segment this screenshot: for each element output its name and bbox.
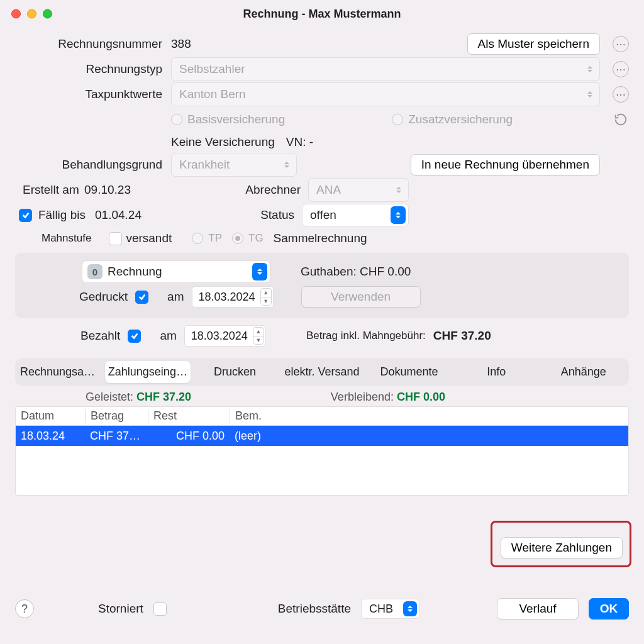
cell-bem: (leer) (230, 430, 628, 443)
value-faellig-bis: 01.04.24 (95, 208, 170, 222)
chevron-updown-icon (252, 263, 267, 280)
window-title: Rechnung - Max Mustermann (243, 8, 401, 21)
input-gedruckt-date[interactable]: 18.03.2024 ▲▼ (192, 286, 274, 308)
radio-zusatzversicherung[interactable]: Zusatzversicherung (392, 113, 513, 126)
input-bezahlt-date[interactable]: 18.03.2024 ▲▼ (184, 325, 266, 347)
label-guthaben: Guthaben: CHF 0.00 (301, 265, 411, 279)
label-storniert: Storniert (98, 602, 143, 616)
label-behandlungsgrund: Behandlungsgrund (15, 158, 171, 172)
verlauf-button[interactable]: Verlauf (497, 598, 579, 619)
ok-button[interactable]: OK (589, 598, 629, 619)
label-rechnungsnummer: Rechnungsnummer (15, 37, 171, 51)
value-bezahlt-date: 18.03.2024 (191, 330, 248, 343)
tab-anhaenge[interactable]: Anhänge (540, 361, 626, 383)
label-tp: TP (208, 232, 222, 245)
radio-tg[interactable]: TG (232, 232, 264, 245)
label-am-1: am (167, 290, 184, 304)
payments-table: Datum Betrag Rest Bem. 18.03.24 CHF 37.…… (15, 406, 629, 496)
radio-tp[interactable]: TP (192, 232, 222, 245)
chevron-updown-icon (583, 61, 597, 77)
select-abrechner-value: ANA (316, 183, 341, 197)
text-vn: VN: - (286, 135, 313, 149)
select-behandlungsgrund-value: Krankheit (179, 158, 230, 172)
text-keine-versicherung: Keine Versicherung (171, 135, 275, 149)
select-abrechner[interactable]: ANA (308, 178, 409, 202)
in-neue-rechnung-button[interactable]: In neue Rechnung übernehmen (411, 154, 600, 175)
value-betrag-inkl: CHF 37.20 (433, 329, 491, 343)
window-controls (11, 9, 52, 19)
label-verbleibend: Verbleibend: (331, 391, 394, 403)
tab-elektr-versand[interactable]: elektr. Versand (279, 361, 365, 383)
label-am-2: am (160, 329, 176, 343)
tab-info[interactable]: Info (453, 361, 540, 383)
th-rest[interactable]: Rest (148, 409, 230, 423)
checkbox-faellig-bis[interactable] (19, 209, 32, 222)
select-status[interactable]: offen (302, 204, 409, 226)
cell-datum: 18.03.24 (16, 430, 85, 443)
label-geleistet: Geleistet: (86, 391, 133, 403)
select-mahnstufe-doc[interactable]: 0 Rechnung (82, 260, 270, 283)
label-tg: TG (248, 232, 264, 245)
date-stepper[interactable]: ▲▼ (253, 327, 264, 345)
label-zusatz: Zusatzversicherung (408, 113, 513, 126)
label-status: Status (260, 208, 302, 222)
tab-drucken[interactable]: Drucken (192, 361, 278, 383)
label-mahnstufe: Mahnstufe (42, 232, 91, 245)
help-button[interactable]: ? (15, 599, 34, 618)
label-rechnungstyp: Rechnungstyp (15, 62, 171, 76)
zoom-icon[interactable] (43, 9, 52, 19)
table-header: Datum Betrag Rest Bem. (16, 407, 628, 426)
select-taxpunktwerte-value: Kanton Bern (179, 87, 246, 101)
chevron-updown-icon (392, 182, 406, 198)
als-muster-button[interactable]: Als Muster speichern (467, 33, 600, 55)
radio-basisversicherung[interactable]: Basisversicherung (171, 113, 285, 126)
tab-rechnungsangaben[interactable]: Rechnungsan… (18, 361, 104, 383)
label-erstellt-am: Erstellt am (15, 183, 84, 197)
more-taxpunktwerte-button[interactable]: ⋯ (613, 86, 629, 103)
checkbox-storniert[interactable] (153, 602, 167, 616)
select-rechnungstyp-value: Selbstzahler (179, 62, 245, 76)
chevron-updown-icon (391, 206, 406, 224)
value-erstellt-am: 09.10.23 (84, 183, 160, 197)
value-gedruckt-date: 18.03.2024 (199, 291, 255, 304)
select-mahnstufe-value: Rechnung (108, 265, 162, 279)
more-rechnungsnummer-button[interactable]: ⋯ (613, 36, 629, 52)
titlebar: Rechnung - Max Mustermann (0, 0, 644, 28)
label-gedruckt: Gedruckt (79, 290, 128, 304)
tabbar: Rechnungsan… Zahlungseing… Drucken elekt… (15, 358, 629, 386)
label-basis: Basisversicherung (187, 113, 285, 126)
refresh-icon[interactable] (613, 111, 629, 128)
checkbox-bezahlt[interactable] (128, 330, 141, 343)
date-stepper[interactable]: ▲▼ (260, 288, 272, 306)
minimize-icon[interactable] (27, 9, 36, 19)
select-status-value: offen (310, 208, 336, 222)
label-betrag-inkl: Betrag inkl. Mahngebühr: (306, 330, 426, 342)
badge-zero-icon: 0 (87, 264, 103, 279)
cell-betrag: CHF 37.… (85, 430, 148, 443)
select-rechnungstyp[interactable]: Selbstzahler (171, 57, 600, 81)
weitere-zahlungen-button[interactable]: Weitere Zahlungen (501, 537, 623, 558)
label-versandt: versandt (126, 231, 172, 245)
more-rechnungstyp-button[interactable]: ⋯ (613, 61, 629, 77)
select-behandlungsgrund[interactable]: Krankheit (171, 153, 297, 177)
tab-dokumente[interactable]: Dokumente (366, 361, 452, 383)
checkbox-gedruckt[interactable] (135, 291, 148, 304)
checkbox-versandt[interactable] (109, 232, 122, 245)
select-taxpunktwerte[interactable]: Kanton Bern (171, 82, 600, 106)
verwenden-button: Verwenden (301, 286, 421, 308)
th-betrag[interactable]: Betrag (85, 409, 148, 423)
label-sammelrechnung: Sammelrechnung (274, 231, 367, 245)
tab-zahlungseingang[interactable]: Zahlungseing… (105, 361, 191, 383)
label-bezahlt: Bezahlt (80, 329, 120, 343)
th-datum[interactable]: Datum (16, 409, 85, 423)
chevron-updown-icon (403, 601, 417, 616)
close-icon[interactable] (11, 9, 21, 19)
select-betriebsstaette[interactable]: CHB (361, 599, 420, 619)
chevron-updown-icon (280, 157, 294, 173)
th-bem[interactable]: Bem. (230, 409, 628, 423)
table-row[interactable]: 18.03.24 CHF 37.… CHF 0.00 (leer) (16, 426, 628, 446)
label-betriebsstaette: Betriebsstätte (278, 602, 351, 616)
label-faellig-bis: Fällig bis (38, 208, 95, 222)
cell-rest: CHF 0.00 (148, 430, 230, 443)
value-betriebsstaette: CHB (369, 602, 393, 616)
